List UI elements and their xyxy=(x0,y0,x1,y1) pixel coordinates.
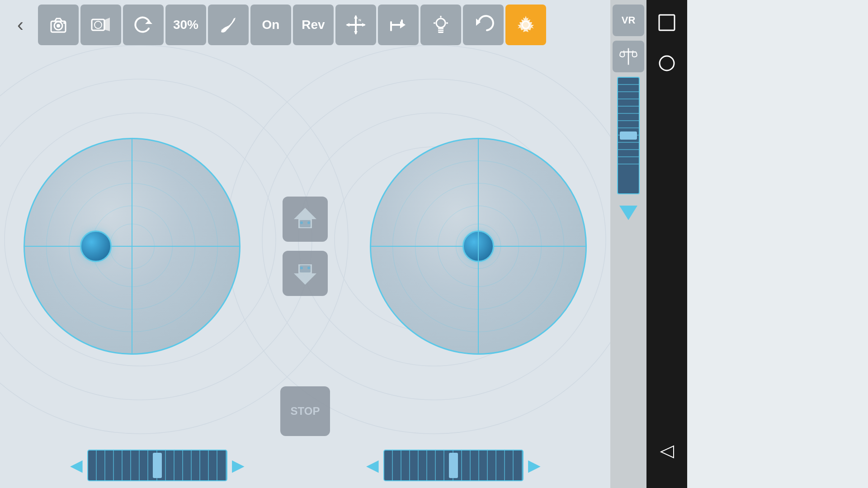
return-button[interactable] xyxy=(378,5,419,45)
svg-point-46 xyxy=(300,267,303,269)
svg-point-15 xyxy=(63,22,65,24)
settings-button[interactable] xyxy=(505,5,546,45)
right-slider-right-arrow[interactable]: ▶ xyxy=(528,456,541,475)
tick xyxy=(192,450,200,480)
right-slider-left-arrow[interactable]: ◀ xyxy=(366,456,379,475)
tick xyxy=(175,450,183,480)
tick xyxy=(436,450,444,480)
vr-panel: VR xyxy=(610,0,646,488)
left-slider-group: ◀ xyxy=(70,450,245,481)
v-tick xyxy=(618,92,639,99)
circle-icon-button[interactable] xyxy=(653,50,680,77)
left-joystick-knob[interactable] xyxy=(80,230,112,262)
svg-marker-52 xyxy=(619,206,637,220)
tick xyxy=(427,450,436,480)
undo-icon xyxy=(472,14,494,36)
triangle-back-button[interactable] xyxy=(653,438,680,465)
percent-label: 30% xyxy=(173,18,198,32)
svg-point-47 xyxy=(307,267,310,269)
vertical-slider[interactable] xyxy=(617,77,640,194)
back-button[interactable]: ‹ xyxy=(5,14,36,36)
rev-button[interactable]: Rev xyxy=(293,5,334,45)
video-button[interactable] xyxy=(80,5,121,45)
svg-point-30 xyxy=(436,19,445,28)
rev-label: Rev xyxy=(302,18,325,32)
brush-button[interactable] xyxy=(208,5,249,45)
ring-2 xyxy=(415,183,542,310)
left-slider-right-arrow[interactable]: ▶ xyxy=(232,456,245,475)
tick xyxy=(419,450,427,480)
v-tick xyxy=(618,78,639,85)
v-tick xyxy=(618,121,639,128)
tick xyxy=(183,450,192,480)
svg-marker-19 xyxy=(145,20,152,24)
undo-button[interactable] xyxy=(463,5,504,45)
down-robot-icon xyxy=(292,260,319,287)
tick xyxy=(462,450,471,480)
joysticks-area xyxy=(0,50,610,443)
square-icon xyxy=(657,13,676,32)
balance-icon xyxy=(617,45,640,68)
tick xyxy=(479,450,488,480)
tick xyxy=(384,450,393,480)
tick xyxy=(209,450,217,480)
move-button[interactable]: N xyxy=(335,5,376,45)
center-controls xyxy=(283,197,328,296)
svg-marker-26 xyxy=(362,23,366,27)
on-label: On xyxy=(262,18,280,32)
percent-button[interactable]: 30% xyxy=(165,5,206,45)
v-tick xyxy=(618,143,639,150)
right-panel xyxy=(646,0,687,488)
down-arrow-button[interactable] xyxy=(615,199,642,226)
tick xyxy=(200,450,209,480)
move-icon: N xyxy=(345,14,367,36)
svg-point-42 xyxy=(300,221,303,224)
light-button[interactable] xyxy=(420,5,461,45)
triangle-back-icon xyxy=(657,442,676,461)
v-tick xyxy=(618,114,639,121)
camera-button[interactable] xyxy=(38,5,79,45)
up-robot-button[interactable] xyxy=(283,197,328,242)
tick xyxy=(105,450,114,480)
vertical-slider-handle[interactable] xyxy=(620,131,637,140)
balance-button[interactable] xyxy=(613,41,644,72)
tick xyxy=(114,450,123,480)
right-joystick-knob[interactable] xyxy=(462,230,494,262)
right-slider-handle[interactable] xyxy=(449,453,458,478)
square-icon-button[interactable] xyxy=(653,9,680,36)
stop-button[interactable]: STOP xyxy=(280,386,330,436)
up-robot-icon xyxy=(292,206,319,233)
video-icon xyxy=(90,14,112,36)
left-joystick-container xyxy=(19,88,245,404)
tick xyxy=(505,450,514,480)
v-tick xyxy=(618,85,639,92)
down-robot-button[interactable] xyxy=(283,251,328,296)
tick xyxy=(488,450,496,480)
rotate-button[interactable] xyxy=(123,5,164,45)
tick xyxy=(410,450,419,480)
svg-rect-35 xyxy=(438,28,443,33)
circle-icon xyxy=(657,54,676,73)
left-slider-left-arrow[interactable]: ◀ xyxy=(70,456,83,475)
right-slider-group: ◀ xyxy=(366,450,541,481)
vr-button[interactable]: VR xyxy=(613,5,644,36)
ring-3 xyxy=(438,206,519,287)
tick xyxy=(514,450,522,480)
tick xyxy=(496,450,505,480)
camera-icon xyxy=(47,14,69,36)
left-slider-handle[interactable] xyxy=(153,453,162,478)
rotate-icon xyxy=(132,14,154,36)
return-icon xyxy=(387,14,409,36)
on-button[interactable]: On xyxy=(250,5,291,45)
svg-marker-55 xyxy=(661,446,674,458)
right-joystick-outer[interactable] xyxy=(370,138,587,355)
bottom-controls: ◀ xyxy=(0,443,610,488)
light-icon xyxy=(430,14,452,36)
right-slider-track[interactable] xyxy=(383,450,524,481)
left-slider-track[interactable] xyxy=(87,450,227,481)
left-joystick-outer[interactable] xyxy=(24,138,241,355)
v-tick xyxy=(618,150,639,157)
svg-marker-25 xyxy=(346,23,349,27)
tick xyxy=(88,450,97,480)
stop-label: STOP xyxy=(291,405,320,418)
